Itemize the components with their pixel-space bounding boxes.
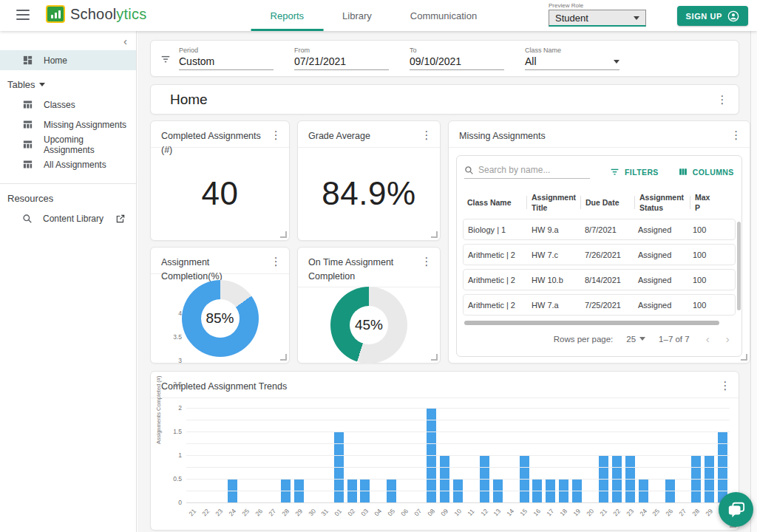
- page-scrollbar[interactable]: [750, 31, 757, 532]
- sidebar-section-tables[interactable]: Tables: [0, 70, 136, 95]
- bar[interactable]: [559, 480, 568, 503]
- table-search-field[interactable]: [464, 165, 590, 179]
- brand-logo[interactable]: Schoolytics: [46, 5, 146, 23]
- column-header[interactable]: Assignment Title: [527, 192, 580, 213]
- table-icon: [22, 119, 33, 130]
- tab-reports[interactable]: Reports: [251, 0, 324, 31]
- external-link-icon[interactable]: [115, 214, 126, 224]
- x-axis-tick: 12: [479, 508, 489, 518]
- collapse-sidebar-icon[interactable]: ‹: [123, 35, 127, 47]
- table-row[interactable]: Biology | 1HW 9.a8/7/2021Assigned100: [463, 219, 736, 240]
- rows-per-page-select[interactable]: 25: [626, 335, 645, 344]
- x-axis-tick: 25: [651, 508, 662, 518]
- kebab-menu-icon[interactable]: ⋮: [716, 94, 728, 105]
- bar[interactable]: [532, 480, 542, 503]
- sidebar-item-label: Missing Assignments: [44, 120, 126, 130]
- table-vertical-scrollbar[interactable]: [737, 222, 741, 310]
- column-header[interactable]: Due Date: [581, 197, 634, 208]
- search-input[interactable]: [478, 165, 582, 175]
- kebab-menu-icon[interactable]: ⋮: [730, 129, 742, 140]
- bar[interactable]: [493, 480, 503, 503]
- sign-up-button[interactable]: SIGN UP: [677, 6, 748, 26]
- x-axis-tick: 18: [558, 508, 568, 518]
- to-date-input[interactable]: 09/10/2021: [410, 55, 504, 70]
- table-horizontal-scrollbar[interactable]: [464, 321, 719, 325]
- kebab-menu-icon[interactable]: ⋮: [719, 380, 731, 391]
- from-date-input[interactable]: 07/21/2021: [294, 55, 389, 70]
- card-title: Missing Assignments: [459, 129, 546, 149]
- kebab-menu-icon[interactable]: ⋮: [270, 256, 282, 267]
- bar[interactable]: [294, 480, 304, 503]
- kebab-menu-icon[interactable]: ⋮: [271, 129, 282, 140]
- bar[interactable]: [427, 409, 436, 503]
- bar[interactable]: [387, 480, 396, 503]
- bar[interactable]: [360, 480, 370, 503]
- period-input[interactable]: Custom: [179, 55, 274, 70]
- filters-button[interactable]: FILTERS: [609, 167, 659, 177]
- x-axis-tick: 30: [307, 508, 317, 518]
- table-row[interactable]: Arithmetic | 2HW 7.c7/26/2021Assigned100: [463, 244, 736, 265]
- class-name-label: Class Name: [525, 47, 619, 54]
- bar[interactable]: [639, 480, 648, 503]
- table-cell: Arithmetic | 2: [464, 250, 527, 259]
- x-axis-tick: 20: [585, 508, 595, 518]
- on-time-completion-card: On Time Assignment Completion ⋮ 45%: [297, 247, 441, 364]
- bar[interactable]: [665, 480, 675, 503]
- bar[interactable]: [480, 456, 489, 503]
- from-date-field: From 07/21/2021: [294, 47, 389, 70]
- columns-button[interactable]: COLUMNS: [678, 167, 734, 177]
- sidebar-item-classes[interactable]: Classes: [0, 95, 136, 115]
- next-page-icon[interactable]: ›: [723, 332, 733, 345]
- table-cell: Assigned: [634, 276, 688, 284]
- bar[interactable]: [520, 456, 529, 503]
- bar[interactable]: [228, 480, 237, 503]
- kebab-menu-icon[interactable]: ⋮: [421, 256, 432, 267]
- tab-library[interactable]: Library: [323, 0, 391, 31]
- gridline: 0.5: [186, 491, 730, 491]
- bar[interactable]: [572, 480, 582, 503]
- bar[interactable]: [691, 456, 701, 503]
- table-cell: Assigned: [634, 301, 688, 310]
- class-name-select[interactable]: All: [525, 55, 619, 70]
- sidebar-item-upcoming-assignments[interactable]: Upcoming Assignments: [0, 134, 136, 154]
- bar[interactable]: [453, 480, 463, 503]
- sidebar-item-content-library[interactable]: Content Library: [0, 208, 136, 229]
- bar[interactable]: [546, 480, 555, 503]
- table-row[interactable]: Arithmetic | 2HW 10.b8/14/2021Assigned10…: [463, 269, 736, 290]
- completed-assignments-value: 40: [202, 175, 239, 212]
- bar[interactable]: [625, 456, 635, 503]
- x-axis-tick: 05: [386, 508, 396, 518]
- y-axis-tick: 3.5: [173, 333, 182, 341]
- previous-page-icon[interactable]: ‹: [703, 332, 713, 345]
- sidebar-item-all-assignments[interactable]: All Assignments: [0, 154, 136, 174]
- sidebar-item-missing-assignments[interactable]: Missing Assignments: [0, 115, 136, 134]
- x-axis-tick: 08: [426, 508, 436, 518]
- bar[interactable]: [599, 456, 608, 503]
- y-axis-tick: 4: [178, 310, 182, 317]
- sidebar-item-label: Home: [44, 55, 67, 66]
- x-axis-tick: 06: [399, 508, 410, 518]
- column-header[interactable]: Assignment Status: [635, 192, 690, 213]
- menu-icon[interactable]: [16, 10, 30, 20]
- bar[interactable]: [705, 456, 714, 503]
- bar[interactable]: [440, 456, 449, 503]
- bar[interactable]: [281, 480, 291, 503]
- kebab-menu-icon[interactable]: ⋮: [421, 129, 432, 140]
- period-label: Period: [179, 47, 274, 54]
- x-axis-tick: 11: [466, 508, 475, 517]
- table-cell: 8/14/2021: [580, 276, 634, 284]
- search-icon: [464, 166, 474, 175]
- chat-button[interactable]: [719, 492, 753, 527]
- bar[interactable]: [612, 456, 622, 503]
- rows-per-page-label: Rows per page:: [554, 335, 614, 344]
- tab-communication[interactable]: Communication: [391, 0, 496, 31]
- table-row[interactable]: Arithmetic | 2HW 7.a7/25/2021Assigned100: [463, 294, 736, 316]
- preview-role-select[interactable]: Student: [549, 10, 646, 27]
- column-header[interactable]: Max P: [690, 192, 716, 213]
- x-axis-tick: 10: [452, 508, 463, 518]
- sidebar-item-home[interactable]: Home: [0, 50, 136, 70]
- bar[interactable]: [347, 480, 357, 503]
- class-name-field: Class Name All: [525, 47, 619, 70]
- column-header[interactable]: Class Name: [463, 197, 526, 208]
- bar-chart: Assignments Completed (#) 00.511.522.533…: [157, 406, 733, 530]
